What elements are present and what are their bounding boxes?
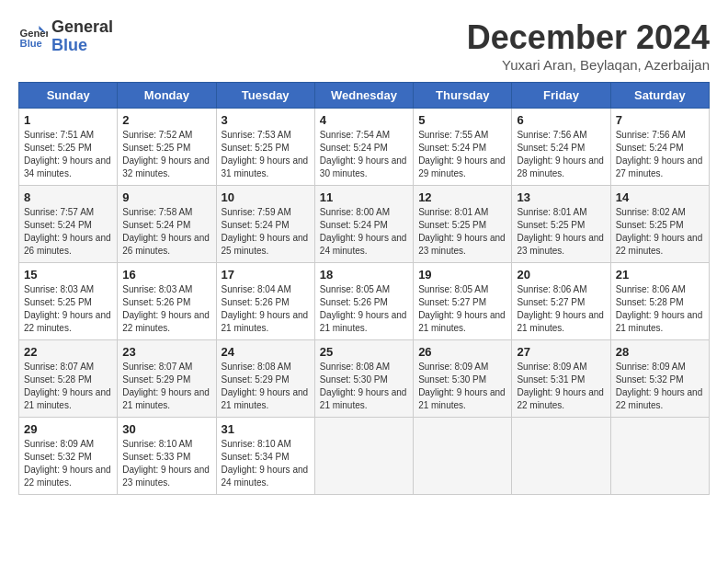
day-number: 7 — [616, 113, 704, 127]
day-of-week-header: Wednesday — [314, 83, 413, 109]
day-info: Sunrise: 8:01 AM Sunset: 5:25 PM Dayligh… — [517, 206, 605, 258]
day-of-week-header: Monday — [118, 83, 216, 109]
calendar-day-cell: 8 Sunrise: 7:57 AM Sunset: 5:24 PM Dayli… — [19, 186, 118, 263]
day-number: 11 — [320, 190, 408, 204]
calendar-day-cell: 13 Sunrise: 8:01 AM Sunset: 5:25 PM Dayl… — [512, 186, 610, 263]
calendar-day-cell: 12 Sunrise: 8:01 AM Sunset: 5:25 PM Dayl… — [414, 186, 512, 263]
day-number: 3 — [222, 113, 310, 127]
logo-icon: General Blue — [18, 22, 48, 52]
day-number: 5 — [418, 113, 506, 127]
calendar-day-cell: 27 Sunrise: 8:09 AM Sunset: 5:31 PM Dayl… — [512, 340, 610, 418]
day-info: Sunrise: 8:09 AM Sunset: 5:30 PM Dayligh… — [418, 361, 506, 412]
calendar-day-cell: 2 Sunrise: 7:52 AM Sunset: 5:25 PM Dayli… — [118, 109, 216, 186]
day-info: Sunrise: 7:57 AM Sunset: 5:24 PM Dayligh… — [24, 206, 112, 258]
day-info: Sunrise: 8:00 AM Sunset: 5:24 PM Dayligh… — [320, 206, 408, 258]
calendar-day-cell: 28 Sunrise: 8:09 AM Sunset: 5:32 PM Dayl… — [610, 340, 709, 418]
day-info: Sunrise: 8:10 AM Sunset: 5:34 PM Dayligh… — [222, 438, 310, 489]
calendar-day-cell — [314, 418, 413, 495]
calendar-day-cell: 20 Sunrise: 8:06 AM Sunset: 5:27 PM Dayl… — [512, 263, 610, 340]
day-number: 18 — [320, 268, 408, 282]
day-number: 4 — [320, 113, 408, 127]
day-number: 8 — [24, 190, 112, 204]
main-title: December 2024 — [467, 18, 710, 57]
calendar-day-cell: 24 Sunrise: 8:08 AM Sunset: 5:29 PM Dayl… — [216, 340, 314, 418]
calendar-day-cell: 7 Sunrise: 7:56 AM Sunset: 5:24 PM Dayli… — [610, 109, 709, 186]
day-info: Sunrise: 8:05 AM Sunset: 5:26 PM Dayligh… — [320, 283, 408, 335]
day-info: Sunrise: 8:07 AM Sunset: 5:29 PM Dayligh… — [122, 361, 210, 412]
day-info: Sunrise: 8:03 AM Sunset: 5:26 PM Dayligh… — [122, 283, 210, 335]
day-number: 2 — [122, 113, 210, 127]
calendar-day-cell: 23 Sunrise: 8:07 AM Sunset: 5:29 PM Dayl… — [118, 340, 216, 418]
svg-text:General: General — [20, 28, 48, 39]
day-number: 25 — [320, 345, 408, 359]
calendar-day-cell: 14 Sunrise: 8:02 AM Sunset: 5:25 PM Dayl… — [610, 186, 709, 263]
calendar-day-cell: 16 Sunrise: 8:03 AM Sunset: 5:26 PM Dayl… — [118, 263, 216, 340]
calendar-day-cell: 10 Sunrise: 7:59 AM Sunset: 5:24 PM Dayl… — [216, 186, 314, 263]
calendar-day-cell: 15 Sunrise: 8:03 AM Sunset: 5:25 PM Dayl… — [19, 263, 118, 340]
day-number: 30 — [122, 422, 210, 436]
day-info: Sunrise: 8:06 AM Sunset: 5:27 PM Dayligh… — [517, 283, 605, 335]
day-info: Sunrise: 7:53 AM Sunset: 5:25 PM Dayligh… — [222, 129, 310, 180]
calendar-week-row: 29 Sunrise: 8:09 AM Sunset: 5:32 PM Dayl… — [19, 418, 710, 495]
calendar-week-row: 1 Sunrise: 7:51 AM Sunset: 5:25 PM Dayli… — [19, 109, 710, 186]
day-number: 19 — [418, 268, 506, 282]
day-info: Sunrise: 8:09 AM Sunset: 5:32 PM Dayligh… — [24, 438, 112, 489]
calendar-day-cell: 31 Sunrise: 8:10 AM Sunset: 5:34 PM Dayl… — [216, 418, 314, 495]
calendar-week-row: 22 Sunrise: 8:07 AM Sunset: 5:28 PM Dayl… — [19, 340, 710, 418]
day-number: 22 — [24, 345, 112, 359]
calendar-week-row: 8 Sunrise: 7:57 AM Sunset: 5:24 PM Dayli… — [19, 186, 710, 263]
calendar-day-cell: 5 Sunrise: 7:55 AM Sunset: 5:24 PM Dayli… — [414, 109, 512, 186]
day-of-week-header: Tuesday — [216, 83, 314, 109]
day-info: Sunrise: 7:52 AM Sunset: 5:25 PM Dayligh… — [122, 129, 210, 180]
calendar-day-cell: 6 Sunrise: 7:56 AM Sunset: 5:24 PM Dayli… — [512, 109, 610, 186]
svg-text:Blue: Blue — [20, 38, 42, 49]
subtitle: Yuxari Aran, Beylaqan, Azerbaijan — [467, 57, 710, 73]
day-number: 12 — [418, 190, 506, 204]
day-number: 27 — [517, 345, 605, 359]
calendar-day-cell: 17 Sunrise: 8:04 AM Sunset: 5:26 PM Dayl… — [216, 263, 314, 340]
day-number: 1 — [24, 113, 112, 127]
day-info: Sunrise: 8:09 AM Sunset: 5:31 PM Dayligh… — [517, 361, 605, 412]
calendar-day-cell: 22 Sunrise: 8:07 AM Sunset: 5:28 PM Dayl… — [19, 340, 118, 418]
day-info: Sunrise: 8:09 AM Sunset: 5:32 PM Dayligh… — [616, 361, 704, 412]
logo-wordmark: General Blue — [51, 18, 113, 55]
day-info: Sunrise: 7:51 AM Sunset: 5:25 PM Dayligh… — [24, 129, 112, 180]
calendar-day-cell: 3 Sunrise: 7:53 AM Sunset: 5:25 PM Dayli… — [216, 109, 314, 186]
day-info: Sunrise: 8:06 AM Sunset: 5:28 PM Dayligh… — [616, 283, 704, 335]
day-number: 16 — [122, 268, 210, 282]
day-info: Sunrise: 8:05 AM Sunset: 5:27 PM Dayligh… — [418, 283, 506, 335]
page-header: General Blue General Blue December 2024 … — [18, 18, 710, 73]
day-number: 28 — [616, 345, 704, 359]
day-number: 31 — [222, 422, 310, 436]
day-info: Sunrise: 8:08 AM Sunset: 5:30 PM Dayligh… — [320, 361, 408, 412]
day-of-week-header: Saturday — [610, 83, 709, 109]
day-info: Sunrise: 7:59 AM Sunset: 5:24 PM Dayligh… — [222, 206, 310, 258]
day-number: 24 — [222, 345, 310, 359]
day-info: Sunrise: 7:55 AM Sunset: 5:24 PM Dayligh… — [418, 129, 506, 180]
day-number: 20 — [517, 268, 605, 282]
day-number: 13 — [517, 190, 605, 204]
day-info: Sunrise: 8:03 AM Sunset: 5:25 PM Dayligh… — [24, 283, 112, 335]
day-info: Sunrise: 7:58 AM Sunset: 5:24 PM Dayligh… — [122, 206, 210, 258]
calendar-day-cell: 4 Sunrise: 7:54 AM Sunset: 5:24 PM Dayli… — [314, 109, 413, 186]
calendar-week-row: 15 Sunrise: 8:03 AM Sunset: 5:25 PM Dayl… — [19, 263, 710, 340]
calendar-day-cell: 25 Sunrise: 8:08 AM Sunset: 5:30 PM Dayl… — [314, 340, 413, 418]
logo: General Blue General Blue — [18, 18, 113, 55]
day-number: 21 — [616, 268, 704, 282]
day-info: Sunrise: 7:56 AM Sunset: 5:24 PM Dayligh… — [517, 129, 605, 180]
day-number: 29 — [24, 422, 112, 436]
calendar-day-cell: 11 Sunrise: 8:00 AM Sunset: 5:24 PM Dayl… — [314, 186, 413, 263]
day-number: 10 — [222, 190, 310, 204]
day-number: 9 — [122, 190, 210, 204]
day-info: Sunrise: 7:54 AM Sunset: 5:24 PM Dayligh… — [320, 129, 408, 180]
calendar-day-cell: 18 Sunrise: 8:05 AM Sunset: 5:26 PM Dayl… — [314, 263, 413, 340]
day-number: 23 — [122, 345, 210, 359]
calendar-table: SundayMondayTuesdayWednesdayThursdayFrid… — [18, 82, 710, 495]
calendar-day-cell — [414, 418, 512, 495]
day-info: Sunrise: 8:02 AM Sunset: 5:25 PM Dayligh… — [616, 206, 704, 258]
day-info: Sunrise: 8:08 AM Sunset: 5:29 PM Dayligh… — [222, 361, 310, 412]
day-of-week-header: Sunday — [19, 83, 118, 109]
calendar-day-cell: 29 Sunrise: 8:09 AM Sunset: 5:32 PM Dayl… — [19, 418, 118, 495]
day-number: 26 — [418, 345, 506, 359]
day-of-week-header: Thursday — [414, 83, 512, 109]
